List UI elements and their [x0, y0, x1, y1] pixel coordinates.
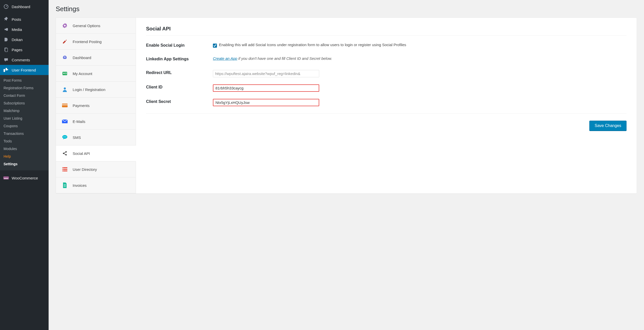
client-secret-label: Client Secret — [146, 99, 213, 106]
svg-rect-5 — [4, 69, 5, 72]
tab-label: Dashboard — [73, 56, 91, 60]
sub-contact-form[interactable]: Contact Form — [0, 92, 49, 99]
menu-dokan[interactable]: Dokan — [0, 34, 49, 45]
svg-rect-28 — [63, 168, 63, 168]
divider — [146, 35, 627, 35]
page-title: Settings — [56, 5, 637, 13]
tab-my-account[interactable]: My Account — [56, 66, 136, 82]
svg-rect-2 — [6, 28, 8, 31]
svg-rect-29 — [63, 169, 63, 170]
user-frontend-icon — [3, 67, 9, 72]
envelope-icon — [62, 119, 68, 124]
gauge-icon — [62, 55, 68, 60]
svg-point-19 — [63, 137, 64, 137]
enable-social-login-checkbox[interactable] — [213, 44, 217, 48]
client-secret-input[interactable]: Ntx5gYjLxHQUyJsw — [213, 99, 319, 106]
sub-post-forms[interactable]: Post Forms — [0, 77, 49, 84]
menu-dashboard[interactable]: Dashboard — [0, 2, 49, 12]
tab-frontend-posting[interactable]: Frontend Posting — [56, 34, 136, 50]
main-content: Settings General Options Frontend Postin… — [49, 0, 644, 330]
svg-rect-13 — [65, 74, 67, 74]
sub-tools[interactable]: Tools — [0, 137, 49, 145]
comments-icon — [3, 57, 9, 62]
menu-label: Dokan — [12, 38, 23, 42]
file-icon — [62, 182, 68, 188]
save-changes-button[interactable]: Save Changes — [589, 121, 627, 131]
create-app-link[interactable]: Create an App — [213, 56, 237, 61]
pages-icon — [3, 47, 9, 52]
submenu-user-frontend: Post Forms Registration Forms Contact Fo… — [0, 75, 49, 170]
tab-label: Login / Registration — [73, 87, 105, 92]
tab-dashboard[interactable]: Dashboard — [56, 50, 136, 66]
sub-modules[interactable]: Modules — [0, 145, 49, 153]
tab-invoices[interactable]: Invoices — [56, 177, 136, 193]
tab-user-directory[interactable]: User Directory — [56, 161, 136, 177]
enable-social-login-label: Enable Social Login — [146, 43, 213, 48]
tab-label: Invoices — [73, 183, 87, 188]
sub-coupons[interactable]: Coupons — [0, 122, 49, 130]
linkedin-settings-label: Linkedin App Settings — [146, 56, 213, 61]
svg-point-11 — [63, 73, 65, 74]
dokan-icon — [3, 37, 9, 42]
list-icon — [62, 167, 68, 172]
enable-social-login-field[interactable]: Enabling this will add Social Icons unde… — [213, 43, 627, 48]
redirect-url-input[interactable] — [213, 70, 319, 77]
menu-media[interactable]: Media — [0, 24, 49, 34]
svg-text:woo: woo — [4, 177, 8, 179]
svg-rect-16 — [62, 104, 68, 105]
user-icon — [62, 87, 68, 92]
svg-point-1 — [5, 29, 6, 30]
tab-label: My Account — [73, 71, 92, 76]
id-card-icon — [62, 71, 68, 76]
menu-label: Pages — [12, 48, 23, 52]
tab-sms[interactable]: SMS — [56, 130, 136, 145]
menu-comments[interactable]: Comments — [0, 55, 49, 65]
row-client-id: Client ID 81rbh5h33caycg — [146, 84, 627, 92]
svg-rect-4 — [5, 48, 8, 52]
tab-general-options[interactable]: General Options — [56, 18, 136, 34]
tab-label: User Directory — [73, 167, 97, 172]
row-linkedin-settings: Linkedin App Settings Create an App if y… — [146, 56, 627, 61]
sub-transactions[interactable]: Transactions — [0, 130, 49, 137]
menu-label: User Frontend — [12, 68, 36, 72]
share-icon — [62, 151, 68, 156]
settings-tabs: General Options Frontend Posting Dashboa… — [56, 18, 136, 193]
media-icon — [3, 27, 9, 32]
menu-woocommerce[interactable]: woo WooCommerce — [0, 173, 49, 183]
sub-user-listing[interactable]: User Listing — [0, 115, 49, 122]
svg-rect-32 — [64, 185, 66, 186]
svg-rect-15 — [62, 104, 68, 107]
sub-settings[interactable]: Settings — [0, 160, 49, 168]
settings-panel: Social API Enable Social Login Enabling … — [136, 18, 637, 193]
client-id-label: Client ID — [146, 84, 213, 92]
settings-wrap: General Options Frontend Posting Dashboa… — [56, 17, 637, 194]
client-id-input[interactable]: 81rbh5h33caycg — [213, 84, 319, 92]
row-redirect-url: Redirect URL — [146, 70, 627, 77]
menu-label: Media — [12, 27, 22, 32]
credit-card-icon — [62, 103, 68, 108]
svg-point-21 — [66, 137, 66, 137]
svg-point-20 — [65, 137, 65, 137]
sub-mailchimp[interactable]: Mailchimp — [0, 107, 49, 115]
menu-user-frontend[interactable]: User Frontend — [0, 65, 49, 75]
redirect-url-label: Redirect URL — [146, 70, 213, 77]
svg-point-14 — [64, 87, 66, 89]
sub-help[interactable]: Help — [0, 153, 49, 160]
menu-posts[interactable]: Posts — [0, 14, 49, 24]
sub-registration-forms[interactable]: Registration Forms — [0, 84, 49, 92]
svg-rect-31 — [64, 184, 66, 185]
svg-rect-6 — [6, 68, 7, 70]
tab-social-api[interactable]: Social API — [56, 145, 136, 161]
menu-label: Comments — [12, 58, 30, 62]
tab-login-registration[interactable]: Login / Registration — [56, 82, 136, 98]
pin-icon — [3, 17, 9, 22]
edit-icon — [62, 39, 68, 44]
chat-icon — [62, 135, 68, 140]
tab-emails[interactable]: E-Mails — [56, 114, 136, 130]
admin-sidebar: Dashboard Posts Media Dokan Pages Commen… — [0, 0, 49, 330]
tab-payments[interactable]: Payments — [56, 98, 136, 114]
sub-subscriptions[interactable]: Subscriptions — [0, 99, 49, 107]
svg-rect-7 — [7, 69, 8, 70]
menu-pages[interactable]: Pages — [0, 45, 49, 55]
button-row: Save Changes — [146, 113, 627, 131]
